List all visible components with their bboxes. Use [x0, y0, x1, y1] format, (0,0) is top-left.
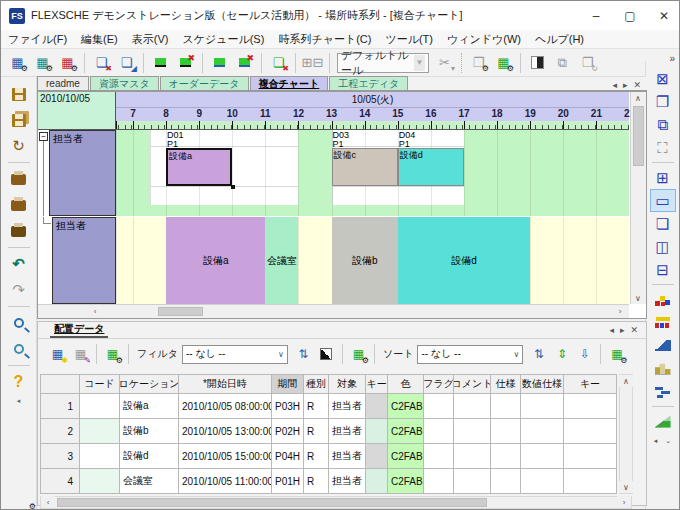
table-scroll-up-icon[interactable]: ∧ [619, 375, 633, 387]
edit-row-icon[interactable]: ▦✎ [70, 344, 91, 365]
schedule-forward-icon[interactable] [149, 51, 172, 74]
print-setup-icon[interactable]: ⚙ [6, 193, 32, 217]
cell-key[interactable] [366, 444, 388, 469]
menu-item[interactable]: ファイル(F) [1, 30, 74, 49]
block-chart-icon[interactable] [650, 311, 676, 334]
menu-item[interactable]: ヘルプ(H) [528, 30, 591, 49]
tab-複合チャート[interactable]: 複合チャート [250, 76, 329, 90]
cell-location[interactable]: 設備a [120, 394, 179, 419]
selection-frame-icon[interactable]: ⛶ [650, 136, 676, 159]
tab-placement-data[interactable]: 配置データ [50, 322, 108, 338]
scatter-chart-icon[interactable] [650, 288, 676, 311]
chart-settings-icon[interactable]: ▦⚙ [31, 51, 54, 74]
save-icon[interactable] [6, 82, 32, 106]
table-scroll-down-icon[interactable]: ∨ [619, 481, 633, 493]
chart-delete-icon[interactable]: ▦⚙ [56, 51, 79, 74]
panel-tab-left-icon[interactable]: ◂ [609, 325, 614, 335]
cell-duration[interactable]: P03H [272, 394, 304, 419]
cell-target[interactable]: 担当者 [329, 419, 366, 444]
cell-key2[interactable] [564, 419, 617, 444]
cell-flag[interactable] [424, 419, 454, 444]
cell-num[interactable]: 3 [40, 444, 80, 469]
chart-new-icon[interactable]: ▦⚙ [6, 51, 29, 74]
cell-start[interactable]: 2010/10/05 13:00:00 [179, 419, 272, 444]
column-header-キー[interactable]: キー [366, 374, 388, 394]
table-scroll-right-icon[interactable]: › [617, 496, 631, 508]
table-horizontal-scrollbar[interactable]: ‹ › [40, 496, 632, 509]
cell-code[interactable] [80, 469, 120, 494]
menu-item[interactable]: 編集(E) [74, 30, 125, 49]
cell-key[interactable] [366, 394, 388, 419]
gantt-bar-設備a[interactable]: 設備a [166, 148, 232, 186]
column-header-仕様[interactable]: 仕様 [491, 374, 521, 394]
filter-table-settings-icon[interactable]: ▦⚙ [348, 344, 369, 365]
cell-spec[interactable] [491, 444, 521, 469]
undo-icon[interactable]: ↶ [6, 252, 32, 276]
cell-target[interactable]: 担当者 [329, 469, 366, 494]
table-row[interactable]: 1設備a2010/10/05 08:00:00P03HR担当者C2FAB6 [40, 394, 617, 419]
chart-window-icon[interactable]: ▭ [650, 189, 676, 212]
cell-location[interactable]: 会議室 [120, 469, 179, 494]
column-header-対象[interactable]: 対象 [329, 374, 366, 394]
column-header-ロケーション[interactable]: ロケーション [120, 374, 179, 394]
cell-duration[interactable]: P04H [272, 444, 304, 469]
bar-chart-icon[interactable] [650, 357, 676, 380]
leftdock-collapse-icon[interactable]: ◂ [17, 397, 21, 405]
tab-close-icon[interactable]: ✕ [633, 80, 641, 90]
layout-windows-icon[interactable]: ⧉ [551, 51, 574, 74]
cell-start[interactable]: 2010/10/05 15:00:00 [179, 444, 272, 469]
cell-kind[interactable]: R [304, 444, 329, 469]
menu-item[interactable]: ウィンドウ(W) [440, 30, 528, 49]
resource-row-label[interactable]: 担当者 [52, 217, 116, 304]
chart-vertical-scrollbar[interactable]: ∧ ∨ [630, 92, 646, 304]
menu-item[interactable]: スケジュール(S) [175, 30, 271, 49]
tab-資源マスタ[interactable]: 資源マスタ [90, 76, 159, 90]
cell-color[interactable]: C2FAB6 [388, 394, 424, 419]
cell-num[interactable]: 1 [40, 394, 80, 419]
table-row[interactable]: 3設備d2010/10/05 15:00:00P04HR担当者C2FAB6 [40, 444, 617, 469]
cell-kind[interactable]: R [304, 394, 329, 419]
load-bar-会議室[interactable]: 会議室 [265, 217, 298, 304]
network-view-icon[interactable]: ⊞⊟ [301, 51, 324, 74]
column-header-フラグ[interactable]: フラグ [424, 374, 454, 394]
help-icon[interactable]: ? [6, 370, 32, 394]
cascade-window-icon[interactable]: ❐ [650, 90, 676, 113]
chart-horizontal-scrollbar[interactable]: ‹ › [38, 304, 629, 318]
load-bar-設備d[interactable]: 設備d [398, 217, 530, 304]
column-header-*開始日時[interactable]: *開始日時 [179, 374, 272, 394]
reload-icon[interactable]: ↻ [6, 134, 32, 158]
panel-close-icon[interactable]: ✕ [630, 325, 638, 335]
resource-row-label[interactable]: 担当者 [49, 130, 116, 216]
cell-num[interactable]: 2 [40, 419, 80, 444]
rule-select-arrow-icon[interactable]: ▼ [414, 55, 425, 71]
column-header-期間[interactable]: 期間 [272, 374, 304, 394]
column-header-キー[interactable]: キー [564, 374, 617, 394]
rightdock-more-icon[interactable]: ⌄ [665, 437, 671, 445]
cell-start[interactable]: 2010/10/05 08:00:00 [179, 394, 272, 419]
cell-numspec[interactable] [521, 444, 564, 469]
filter-contrast-icon[interactable] [316, 344, 337, 365]
table-scroll-left-icon[interactable]: ‹ [41, 496, 55, 508]
chart-scroll-up-icon[interactable]: ∧ [631, 92, 645, 104]
cell-duration[interactable]: P01H [272, 469, 304, 494]
rule-select[interactable]: デフォルトルール▼ [337, 53, 429, 73]
cell-numspec[interactable] [521, 394, 564, 419]
unschedule-backward-icon[interactable] [233, 51, 256, 74]
cell-location[interactable]: 設備d [120, 444, 179, 469]
split-vertical-icon[interactable]: ◫ [650, 235, 676, 258]
cell-comment[interactable] [454, 444, 491, 469]
cell-key2[interactable] [564, 469, 617, 494]
gantt-chart-icon[interactable] [650, 380, 676, 403]
table-row[interactable]: 2設備b2010/10/05 13:00:00P02HR担当者C2FAB6 [40, 419, 617, 444]
cancel-result-icon[interactable]: ❏✖ [267, 51, 290, 74]
minimize-button[interactable]: – [579, 1, 613, 30]
print-preview-icon[interactable] [6, 219, 32, 243]
print-icon[interactable] [6, 167, 32, 191]
table-settings-icon[interactable]: ▦⚙ [102, 344, 123, 365]
contrast-icon[interactable] [526, 51, 549, 74]
split-horizontal-icon[interactable]: ⊟ [650, 258, 676, 281]
table-config-icon[interactable]: ▦⚙ [492, 51, 515, 74]
schedule-backward-icon[interactable] [208, 51, 231, 74]
cell-comment[interactable] [454, 394, 491, 419]
cell-target[interactable]: 担当者 [329, 444, 366, 469]
